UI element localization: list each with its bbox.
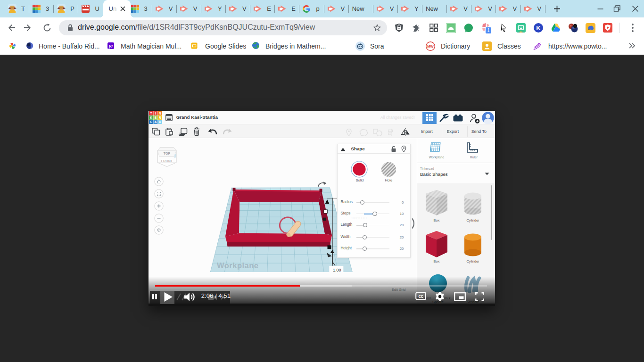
svg-text:R: R <box>159 116 161 119</box>
svg-text:1.00: 1.00 <box>333 268 341 272</box>
svg-text:1: 1 <box>487 28 490 33</box>
svg-text:E: E <box>155 116 157 119</box>
svg-text:y!: y! <box>108 43 113 49</box>
svg-text:K: K <box>150 116 152 119</box>
svg-text:Workplane: Workplane <box>217 262 258 270</box>
svg-text:C: C <box>150 120 152 123</box>
svg-text:K: K <box>536 25 541 32</box>
svg-text:CC: CC <box>419 295 424 299</box>
svg-text:T: T <box>150 111 152 115</box>
svg-text:TOP: TOP <box>164 152 171 156</box>
svg-text:FRONT: FRONT <box>161 159 173 163</box>
svg-text:MW: MW <box>427 44 434 49</box>
svg-text:D: D <box>159 120 161 123</box>
svg-text:N: N <box>159 111 161 115</box>
svg-text:I: I <box>155 111 156 115</box>
svg-text:A: A <box>155 120 157 123</box>
